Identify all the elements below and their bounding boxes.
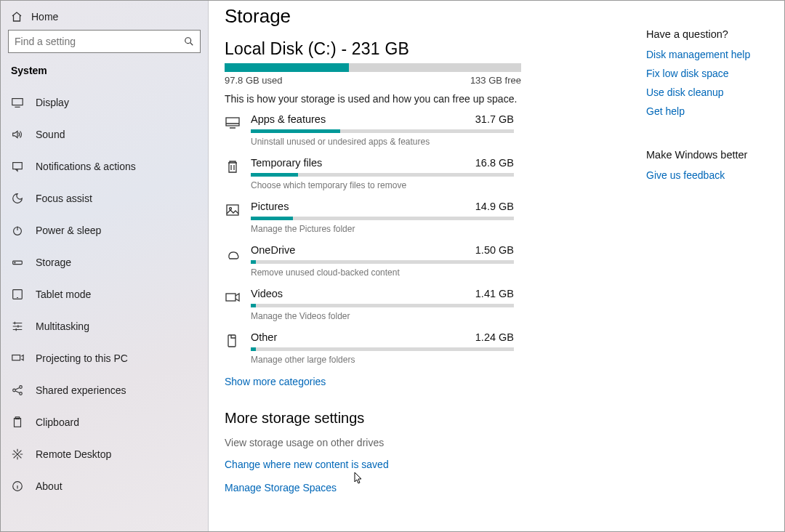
svg-point-8 [13,389,16,392]
nav-shared-experiences[interactable]: Shared experiences [1,374,208,406]
view-other-drives-link[interactable]: View storage usage on other drives [225,437,639,448]
category-name: Temporary files [251,157,322,169]
nav-storage[interactable]: Storage [1,246,208,278]
search-icon [184,36,194,47]
category-bar [251,304,514,307]
multitasking-icon [11,320,24,333]
home-button[interactable]: Home [1,7,208,30]
category-size: 14.9 GB [475,201,514,212]
nav-label: Tablet mode [36,289,91,300]
nav-label: Multitasking [36,321,89,332]
projecting-icon [11,352,24,365]
category-bar [251,129,514,133]
category-icon [225,246,241,262]
disk-usage-bar [225,63,521,72]
category-icon [225,202,241,218]
home-label: Home [31,11,58,23]
nav-label: Power & sleep [36,225,101,236]
nav-label: About [36,480,63,492]
storage-category[interactable]: Pictures14.9 GBManage the Pictures folde… [225,201,514,234]
nav-tablet-mode[interactable]: Tablet mode [1,278,208,310]
category-size: 31.7 GB [475,113,514,125]
disk-title: Local Disk (C:) - 231 GB [225,39,639,59]
svg-point-10 [20,392,23,395]
storage-category[interactable]: Other1.24 GBManage other large folders [225,331,514,365]
nav-list: Display Sound Notifications & actions Fo… [1,86,208,502]
disk-used-label: 97.8 GB used [225,75,283,86]
category-name: Pictures [251,201,289,212]
nav-label: Projecting to this PC [36,352,128,364]
category-icon [225,289,241,305]
nav-label: Display [36,97,69,108]
nav-label: Shared experiences [36,384,126,396]
category-desc: Uninstall unused or undesired apps & fea… [251,137,514,147]
nav-label: Sound [36,129,65,140]
nav-power-sleep[interactable]: Power & sleep [1,214,208,246]
nav-focus-assist[interactable]: Focus assist [1,182,208,214]
nav-notifications[interactable]: Notifications & actions [1,150,208,182]
svg-point-0 [185,38,191,44]
category-size: 16.8 GB [475,157,514,169]
settings-search[interactable] [8,30,201,53]
nav-remote-desktop[interactable]: Remote Desktop [1,438,208,470]
focus-assist-icon [11,192,24,205]
storage-category[interactable]: Videos1.41 GBManage the Videos folder [225,288,514,321]
storage-category[interactable]: OneDrive1.50 GBRemove unused cloud-backe… [225,244,514,278]
svg-rect-1 [12,99,23,105]
notifications-icon [11,160,24,173]
help-link-low-disk[interactable]: Fix low disk space [646,68,777,79]
tablet-icon [11,288,24,301]
manage-storage-spaces-link[interactable]: Manage Storage Spaces [225,482,639,493]
svg-point-5 [15,262,15,263]
home-icon [11,11,23,23]
feedback-link[interactable]: Give us feedback [646,169,777,181]
category-size: 1.24 GB [475,331,514,343]
settings-sidebar: Home System Display Sound Notification [1,1,209,531]
power-icon [11,224,24,237]
nav-display[interactable]: Display [1,86,208,118]
svg-rect-11 [15,419,21,427]
show-more-categories-link[interactable]: Show more categories [225,376,326,387]
remote-desktop-icon [11,448,24,461]
category-desc: Manage the Pictures folder [251,224,514,234]
nav-multitasking[interactable]: Multitasking [1,310,208,342]
nav-label: Remote Desktop [36,448,111,460]
help-link-disk-management[interactable]: Disk management help [646,49,777,60]
search-input[interactable] [15,36,184,47]
storage-category[interactable]: Apps & features31.7 GBUninstall unused o… [225,113,514,147]
disk-usage-fill [225,63,349,72]
display-icon [11,96,24,109]
category-desc: Manage the Videos folder [251,311,514,321]
category-name: OneDrive [251,244,295,256]
disk-free-label: 133 GB free [470,75,521,86]
svg-rect-7 [12,355,20,360]
have-question-heading: Have a question? [646,28,777,40]
category-name: Apps & features [251,113,326,125]
category-list: Apps & features31.7 GBUninstall unused o… [225,113,514,365]
clipboard-icon [11,416,24,429]
more-storage-heading: More storage settings [225,410,639,427]
storage-category[interactable]: Temporary files16.8 GBChoose which tempo… [225,157,514,190]
nav-label: Focus assist [36,193,92,204]
category-icon [225,158,241,174]
nav-label: Storage [36,257,71,268]
svg-rect-17 [226,294,236,301]
storage-icon [11,256,24,269]
category-desc: Choose which temporary files to remove [251,180,514,190]
category-name: Videos [251,288,283,299]
about-icon [11,480,24,493]
sound-icon [11,128,24,141]
help-link-get-help[interactable]: Get help [646,105,777,117]
help-link-disk-cleanup[interactable]: Use disk cleanup [646,86,777,98]
storage-intro: This is how your storage is used and how… [225,93,639,105]
category-bar [251,260,514,264]
nav-about[interactable]: About [1,470,208,502]
section-header: System [1,63,208,86]
make-better-heading: Make Windows better [646,149,777,161]
help-panel: Have a question? Disk management help Fi… [646,1,784,531]
category-bar [251,217,514,220]
nav-clipboard[interactable]: Clipboard [1,406,208,438]
change-save-location-link[interactable]: Change where new content is saved [225,459,639,470]
nav-projecting[interactable]: Projecting to this PC [1,342,208,374]
nav-sound[interactable]: Sound [1,118,208,150]
